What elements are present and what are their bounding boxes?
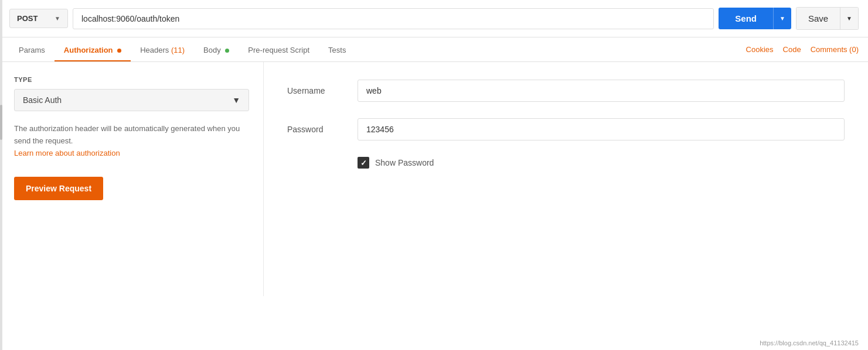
type-label: TYPE [14, 76, 249, 83]
username-label: Username [287, 86, 358, 95]
tabs-right: Cookies Code Comments (0) [746, 45, 859, 54]
method-selector[interactable]: POST ▼ [9, 9, 68, 28]
scroll-thumb [0, 105, 2, 140]
show-password-checkbox[interactable]: ✓ [358, 157, 369, 169]
main-content: TYPE Basic Auth ▼ The authorization head… [0, 62, 868, 296]
tab-authorization-label: Authorization [64, 46, 113, 54]
tab-params-label: Params [19, 46, 45, 54]
tab-headers-label: Headers [140, 46, 171, 54]
show-password-label: Show Password [375, 158, 434, 167]
send-btn-group: Send ▼ [719, 8, 791, 29]
method-value: POST [17, 14, 38, 23]
learn-more-link[interactable]: Learn more about authorization [14, 149, 120, 157]
tab-headers[interactable]: Headers (11) [131, 37, 194, 61]
tab-pre-request[interactable]: Pre-request Script [239, 37, 319, 61]
bottom-url: https://blog.csdn.net/qq_41132415 [760, 339, 859, 346]
url-input[interactable] [73, 8, 714, 29]
description-text: The authorization header will be automat… [14, 123, 249, 159]
username-row: Username [287, 80, 845, 102]
app-container: POST ▼ Send ▼ Save ▼ Params Authorizatio… [0, 0, 868, 350]
show-password-row: ✓ Show Password [358, 157, 845, 169]
save-btn-group: Save ▼ [796, 7, 859, 30]
top-bar: POST ▼ Send ▼ Save ▼ [0, 0, 868, 37]
tab-tests[interactable]: Tests [319, 37, 355, 61]
cookies-link[interactable]: Cookies [746, 45, 774, 54]
headers-badge: (11) [171, 46, 185, 54]
checkmark-icon: ✓ [360, 159, 367, 167]
username-input[interactable] [358, 80, 845, 102]
type-select-value: Basic Auth [23, 95, 62, 105]
comments-link[interactable]: Comments (0) [811, 45, 859, 54]
tab-body[interactable]: Body [194, 37, 239, 61]
scroll-bar [0, 0, 2, 350]
body-dot [225, 49, 229, 53]
tabs-bar: Params Authorization Headers (11) Body P… [0, 37, 868, 62]
code-link[interactable]: Code [783, 45, 801, 54]
authorization-dot [117, 49, 121, 53]
preview-request-button[interactable]: Preview Request [14, 177, 103, 200]
bottom-bar: https://blog.csdn.net/qq_41132415 [750, 336, 868, 350]
description-main: The authorization header will be automat… [14, 124, 240, 145]
tab-pre-request-label: Pre-request Script [248, 46, 309, 54]
password-input[interactable] [358, 118, 845, 140]
tab-body-label: Body [203, 46, 221, 54]
method-chevron-icon: ▼ [55, 15, 60, 22]
tab-tests-label: Tests [328, 46, 346, 54]
send-button[interactable]: Send [719, 8, 773, 29]
send-dropdown-button[interactable]: ▼ [773, 8, 791, 29]
tab-params[interactable]: Params [9, 37, 55, 61]
password-label: Password [287, 125, 358, 134]
save-button[interactable]: Save [796, 7, 840, 30]
type-select-chevron-icon: ▼ [232, 95, 240, 105]
tab-authorization[interactable]: Authorization [55, 37, 131, 61]
left-panel: TYPE Basic Auth ▼ The authorization head… [0, 62, 264, 296]
right-panel: Username Password ✓ Show Password [264, 62, 868, 296]
password-row: Password [287, 118, 845, 140]
save-dropdown-button[interactable]: ▼ [840, 7, 859, 30]
type-select[interactable]: Basic Auth ▼ [14, 89, 249, 111]
